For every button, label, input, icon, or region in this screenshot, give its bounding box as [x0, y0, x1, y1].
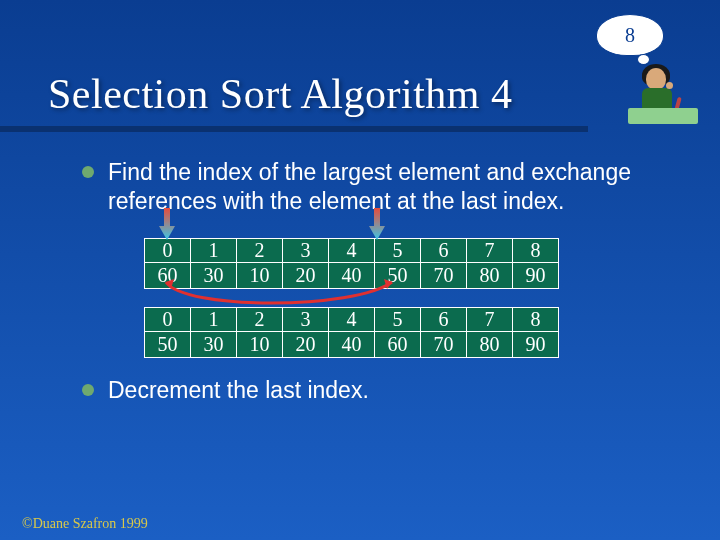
index-cell: 8	[513, 238, 559, 262]
index-cell: 0	[145, 307, 191, 331]
index-cell: 7	[467, 307, 513, 331]
down-arrow-icon	[369, 208, 385, 240]
copyright-footer: ©Duane Szafron 1999	[22, 516, 148, 532]
index-cell: 2	[237, 307, 283, 331]
table-row: 60 30 10 20 40 50 70 80 90	[145, 262, 559, 288]
bullet-dot-icon	[82, 384, 94, 396]
bullet-text: Find the index of the largest element an…	[108, 158, 662, 216]
value-cell: 40	[329, 331, 375, 357]
slide-content: Find the index of the largest element an…	[82, 158, 662, 412]
value-cell: 10	[237, 262, 283, 288]
bullet-text: Decrement the last index.	[108, 376, 369, 405]
index-cell: 4	[329, 238, 375, 262]
index-cell: 8	[513, 307, 559, 331]
thinking-person-illustration	[628, 64, 698, 124]
bullet-dot-icon	[82, 166, 94, 178]
value-cell: 80	[467, 331, 513, 357]
value-cell: 30	[191, 262, 237, 288]
table-row: 0 1 2 3 4 5 6 7 8	[145, 238, 559, 262]
index-cell: 5	[375, 307, 421, 331]
value-cell: 60	[375, 331, 421, 357]
bullet-item: Decrement the last index.	[82, 376, 662, 405]
slide-number-bubble: 8	[596, 14, 664, 56]
slide-number: 8	[625, 24, 635, 47]
slide-title: Selection Sort Algorithm 4	[48, 70, 512, 118]
value-cell: 70	[421, 262, 467, 288]
array-table-after: 0 1 2 3 4 5 6 7 8 50 30 10 20 40 60 70 8…	[144, 307, 559, 358]
index-cell: 0	[145, 238, 191, 262]
title-underline	[0, 126, 588, 132]
index-cell: 4	[329, 307, 375, 331]
value-cell: 70	[421, 331, 467, 357]
index-cell: 7	[467, 238, 513, 262]
index-cell: 1	[191, 307, 237, 331]
value-cell: 20	[283, 331, 329, 357]
value-cell: 90	[513, 331, 559, 357]
down-arrow-icon	[159, 208, 175, 240]
index-cell: 6	[421, 307, 467, 331]
value-cell: 80	[467, 262, 513, 288]
index-cell: 3	[283, 307, 329, 331]
value-cell: 60	[145, 262, 191, 288]
index-cell: 1	[191, 238, 237, 262]
value-cell: 90	[513, 262, 559, 288]
value-cell: 40	[329, 262, 375, 288]
table-row: 0 1 2 3 4 5 6 7 8	[145, 307, 559, 331]
index-cell: 5	[375, 238, 421, 262]
array-tables: 0 1 2 3 4 5 6 7 8 60 30 10 20 40 50 70 8…	[144, 238, 662, 358]
value-cell: 20	[283, 262, 329, 288]
index-cell: 3	[283, 238, 329, 262]
value-cell: 30	[191, 331, 237, 357]
array-table-before: 0 1 2 3 4 5 6 7 8 60 30 10 20 40 50 70 8…	[144, 238, 559, 289]
value-cell: 10	[237, 331, 283, 357]
value-cell: 50	[145, 331, 191, 357]
table-row: 50 30 10 20 40 60 70 80 90	[145, 331, 559, 357]
index-cell: 2	[237, 238, 283, 262]
index-cell: 6	[421, 238, 467, 262]
value-cell: 50	[375, 262, 421, 288]
